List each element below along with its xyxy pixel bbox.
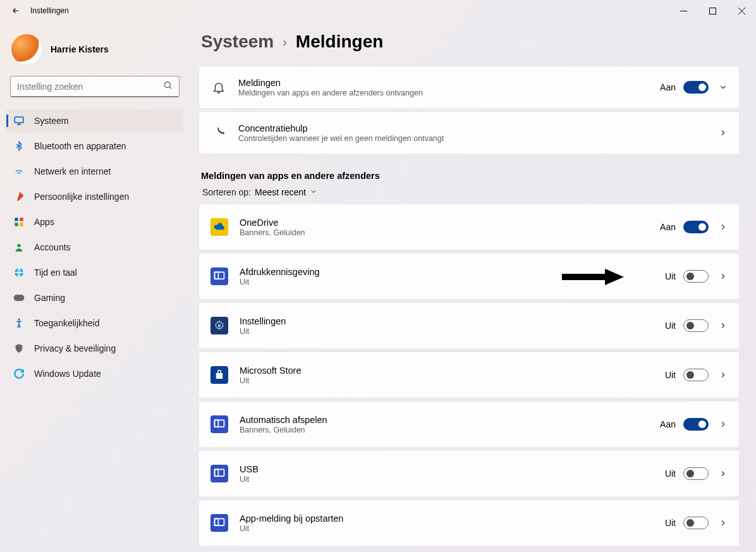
app-row-app-melding-bij-opstarten[interactable]: App-melding bij opstartenUitUit — [198, 500, 740, 546]
svg-rect-16 — [215, 420, 219, 427]
app-icon — [210, 366, 228, 384]
sidebar-item-toegankelijkheid[interactable]: Toegankelijkheid — [6, 311, 183, 335]
sidebar-item-gaming[interactable]: Gaming — [6, 286, 183, 310]
sidebar-item-bluetooth-en-apparaten[interactable]: Bluetooth en apparaten — [6, 134, 183, 158]
window-title: Instellingen — [30, 6, 69, 15]
chevron-down-icon — [719, 83, 728, 92]
profile-name: Harrie Kisters — [51, 44, 109, 54]
nav-label: Accounts — [34, 242, 71, 252]
toggle[interactable] — [683, 319, 709, 332]
card-title: Meldingen — [238, 78, 660, 88]
app-icon — [210, 465, 228, 482]
toggle[interactable] — [683, 517, 709, 529]
setting-card-meldingen[interactable]: MeldingenMeldingen van apps en andere af… — [198, 66, 740, 109]
app-subtitle: Banners, Geluiden — [240, 228, 660, 237]
nav-label: Netwerk en internet — [34, 166, 111, 176]
chevron-right-icon — [719, 518, 728, 527]
svg-point-7 — [17, 244, 20, 247]
toggle[interactable] — [683, 418, 709, 431]
moon-icon — [210, 125, 227, 141]
card-subtitle: Meldingen van apps en andere afzenders o… — [238, 89, 660, 97]
state-label: Aan — [660, 419, 676, 429]
app-icon — [210, 415, 228, 433]
app-row-usb[interactable]: USBUitUit — [198, 450, 740, 497]
sort-dropdown[interactable]: Sorteren op: Meest recent — [202, 187, 740, 197]
sidebar-item-accounts[interactable]: Accounts — [6, 235, 183, 259]
app-subtitle: Uit — [240, 376, 665, 385]
toggle[interactable] — [683, 467, 709, 480]
app-title: App-melding bij opstarten — [240, 513, 665, 524]
state-label: Uit — [665, 271, 676, 281]
state-label: Aan — [660, 222, 676, 232]
sidebar-item-systeem[interactable]: Systeem — [6, 109, 183, 133]
toggle[interactable] — [683, 221, 709, 233]
sidebar-item-privacy-beveiliging[interactable]: Privacy & beveiliging — [6, 336, 183, 360]
sort-label: Sorteren op: — [202, 187, 251, 197]
setting-card-concentratiehulp[interactable]: ConcentratiehulpControletijden wanneer j… — [198, 111, 740, 154]
sidebar-item-netwerk-en-internet[interactable]: Netwerk en internet — [6, 159, 183, 183]
chevron-down-icon — [310, 187, 317, 197]
state-label: Uit — [665, 321, 676, 331]
minimize-button[interactable] — [669, 0, 698, 21]
search-input[interactable] — [17, 82, 163, 92]
nav-label: Windows Update — [34, 369, 101, 379]
main-content: Systeem › Meldingen MeldingenMeldingen v… — [190, 21, 756, 552]
globe-icon — [13, 266, 25, 279]
sidebar-item-windows-update[interactable]: Windows Update — [6, 362, 183, 386]
svg-rect-14 — [216, 373, 223, 379]
close-button[interactable] — [727, 0, 756, 21]
nav-label: Bluetooth en apparaten — [34, 141, 126, 151]
maximize-button[interactable] — [698, 0, 727, 21]
chevron-right-icon: › — [283, 35, 287, 49]
section-header: Meldingen van apps en andere afzenders — [201, 171, 740, 181]
app-subtitle: Banners, Geluiden — [240, 426, 660, 434]
svg-rect-20 — [215, 518, 219, 525]
profile-block[interactable]: Harrie Kisters — [6, 28, 183, 76]
state-label: Uit — [665, 518, 676, 528]
state-label: Aan — [660, 82, 676, 92]
display-icon — [13, 114, 25, 127]
app-subtitle: Uit — [240, 327, 665, 336]
svg-rect-18 — [215, 469, 219, 476]
breadcrumb-parent[interactable]: Systeem — [201, 32, 274, 52]
app-row-instellingen[interactable]: InstellingenUitUit — [198, 302, 740, 349]
back-button[interactable] — [10, 5, 21, 16]
app-subtitle: Uit — [240, 475, 665, 484]
nav-label: Systeem — [34, 116, 68, 126]
accessibility-icon — [13, 317, 25, 329]
search-input-container[interactable] — [10, 76, 180, 97]
svg-rect-3 — [15, 218, 18, 221]
svg-point-1 — [165, 82, 171, 88]
chevron-right-icon — [719, 223, 728, 231]
toggle[interactable] — [683, 270, 709, 283]
app-title: Instellingen — [240, 316, 665, 326]
titlebar: Instellingen — [0, 0, 756, 21]
svg-rect-6 — [20, 223, 23, 226]
app-row-afdrukkennisgeving[interactable]: AfdrukkennisgevingUitUit — [198, 253, 740, 300]
nav-label: Apps — [34, 217, 54, 227]
avatar — [11, 34, 42, 64]
update-icon — [13, 367, 25, 380]
svg-rect-0 — [709, 8, 716, 14]
nav-label: Gaming — [34, 293, 65, 303]
app-icon — [210, 267, 228, 285]
svg-rect-12 — [215, 272, 219, 279]
app-row-automatisch-afspelen[interactable]: Automatisch afspelenBanners, GeluidenAan — [198, 401, 740, 448]
app-row-microsoft-store[interactable]: Microsoft StoreUitUit — [198, 352, 740, 398]
toggle[interactable] — [683, 369, 709, 381]
chevron-right-icon — [719, 128, 728, 137]
app-icon — [210, 514, 228, 532]
nav-label: Tijd en taal — [34, 267, 77, 278]
sidebar-item-apps[interactable]: Apps — [6, 210, 183, 234]
sidebar-item-tijd-en-taal[interactable]: Tijd en taal — [6, 261, 183, 285]
svg-rect-5 — [15, 223, 18, 226]
toggle[interactable] — [683, 81, 709, 94]
brush-icon — [13, 190, 25, 203]
svg-rect-17 — [215, 469, 224, 476]
sidebar-item-persoonlijke-instellingen[interactable]: Persoonlijke instellingen — [6, 185, 183, 209]
svg-rect-4 — [20, 218, 23, 221]
bluetooth-icon — [13, 140, 25, 152]
nav-label: Privacy & beveiliging — [34, 343, 116, 353]
chevron-right-icon — [719, 321, 728, 330]
app-row-onedrive[interactable]: OneDriveBanners, GeluidenAan — [198, 204, 740, 250]
